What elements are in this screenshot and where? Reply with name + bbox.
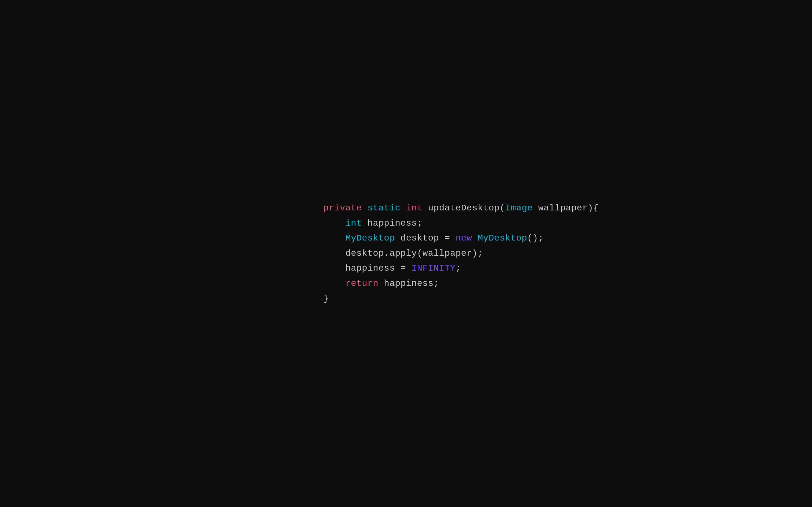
code-token [362, 203, 367, 213]
code-token: static [367, 203, 400, 213]
code-token [323, 279, 345, 288]
code-line: desktop.apply(wallpaper); [323, 246, 599, 261]
code-token: new [455, 233, 472, 243]
code-token: updateDesktop( [422, 203, 505, 213]
code-token: happiness = [323, 264, 412, 274]
code-token: happiness; [362, 218, 422, 228]
code-token: (); [527, 233, 544, 243]
code-line: private static int updateDesktop(Image w… [323, 201, 599, 216]
code-line: MyDesktop desktop = new MyDesktop(); [323, 231, 599, 246]
code-token: int [406, 203, 422, 213]
code-line: happiness = INFINITY; [323, 261, 599, 276]
code-token: private [323, 203, 362, 213]
code-token: } [323, 294, 329, 303]
code-token: return [345, 279, 378, 288]
code-token: desktop = [395, 233, 455, 243]
code-token: Image [505, 203, 533, 213]
code-token: wallpaper){ [532, 203, 599, 213]
code-token: int [345, 218, 362, 228]
code-token: INFINITY [411, 264, 455, 274]
code-line: int happiness; [323, 216, 599, 231]
code-token: desktop.apply(wallpaper); [323, 248, 484, 258]
code-token [323, 218, 345, 228]
code-token: ; [455, 264, 461, 274]
code-token: happiness; [378, 279, 439, 288]
code-token [323, 233, 345, 243]
code-block: private static int updateDesktop(Image w… [323, 201, 599, 306]
code-token [472, 233, 477, 243]
code-line: } [323, 291, 599, 306]
code-token: MyDesktop [478, 233, 527, 243]
code-token [401, 203, 406, 213]
code-line: return happiness; [323, 276, 599, 291]
code-token: MyDesktop [345, 233, 395, 243]
